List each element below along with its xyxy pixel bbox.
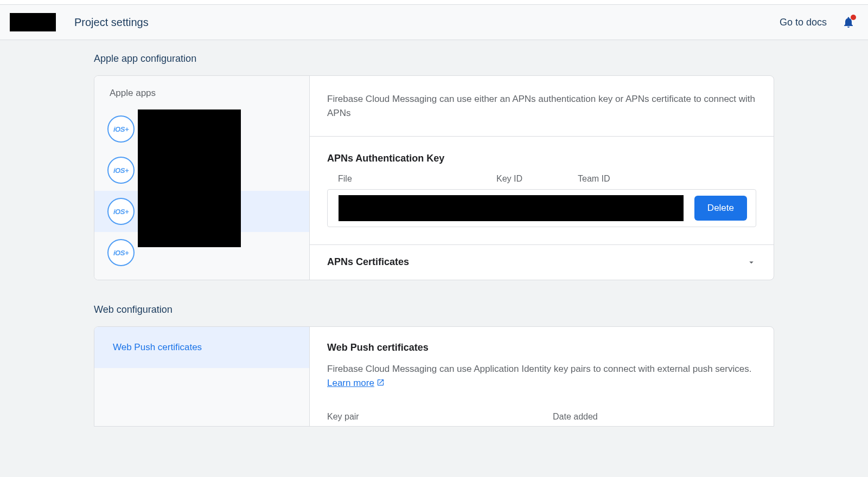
web-push-column-headers: Key pair Date added <box>327 412 756 426</box>
notifications-unread-dot-icon <box>851 15 856 20</box>
ios-platform-icon: iOS+ <box>107 157 135 184</box>
column-header-date-added: Date added <box>553 412 598 422</box>
web-config-card: Web Push certificates Web Push certifica… <box>94 326 774 427</box>
web-push-description: Firebase Cloud Messaging can use Applica… <box>327 362 756 391</box>
chevron-down-icon <box>746 257 756 267</box>
section-title-web: Web configuration <box>94 304 774 315</box>
apns-lead-text: Firebase Cloud Messaging can use either … <box>310 76 774 137</box>
web-left-panel: Web Push certificates <box>94 327 310 427</box>
apple-apps-panel: Apple apps iOS+ iOS+ iOS+ iOS+ <box>94 76 310 280</box>
project-logo-redacted <box>10 13 56 31</box>
apns-auth-key-section: APNs Authentication Key File Key ID Team… <box>310 137 774 245</box>
apns-certificates-heading: APNs Certificates <box>327 256 409 268</box>
web-detail-panel: Web Push certificates Firebase Cloud Mes… <box>310 327 774 427</box>
delete-apns-key-button[interactable]: Delete <box>694 196 747 221</box>
ios-platform-icon: iOS+ <box>107 115 135 143</box>
apns-auth-key-heading: APNs Authentication Key <box>327 153 756 164</box>
apns-key-row: Delete <box>327 189 756 227</box>
apns-key-column-headers: File Key ID Team ID <box>327 174 756 189</box>
go-to-docs-link[interactable]: Go to docs <box>780 17 827 28</box>
notifications-bell-icon[interactable] <box>842 16 855 29</box>
apns-key-values-redacted <box>339 195 684 221</box>
learn-more-label: Learn more <box>327 378 374 388</box>
column-header-team-id: Team ID <box>578 174 756 184</box>
learn-more-link[interactable]: Learn more <box>327 378 385 388</box>
apple-app-names-redacted <box>138 109 241 247</box>
apple-config-card: Apple apps iOS+ iOS+ iOS+ iOS+ Firebase … <box>94 75 774 280</box>
open-in-new-icon <box>376 378 385 386</box>
web-push-certificates-nav-item[interactable]: Web Push certificates <box>94 327 309 368</box>
page-content: Apple app configuration Apple apps iOS+ … <box>94 40 774 427</box>
apns-certificates-toggle[interactable]: APNs Certificates <box>310 245 774 280</box>
column-header-key-pair: Key pair <box>327 412 553 422</box>
ios-platform-icon: iOS+ <box>107 239 135 266</box>
apple-detail-panel: Firebase Cloud Messaging can use either … <box>310 76 774 280</box>
web-push-title: Web Push certificates <box>327 342 756 353</box>
apple-apps-panel-title: Apple apps <box>94 88 309 108</box>
section-title-apple: Apple app configuration <box>94 53 774 65</box>
page-title: Project settings <box>74 16 149 29</box>
header-bar: Project settings Go to docs <box>0 5 868 40</box>
column-header-key-id: Key ID <box>496 174 578 184</box>
ios-platform-icon: iOS+ <box>107 198 135 225</box>
web-push-description-text: Firebase Cloud Messaging can use Applica… <box>327 364 751 374</box>
window-chrome-strip <box>0 0 868 5</box>
column-header-file: File <box>338 174 496 184</box>
